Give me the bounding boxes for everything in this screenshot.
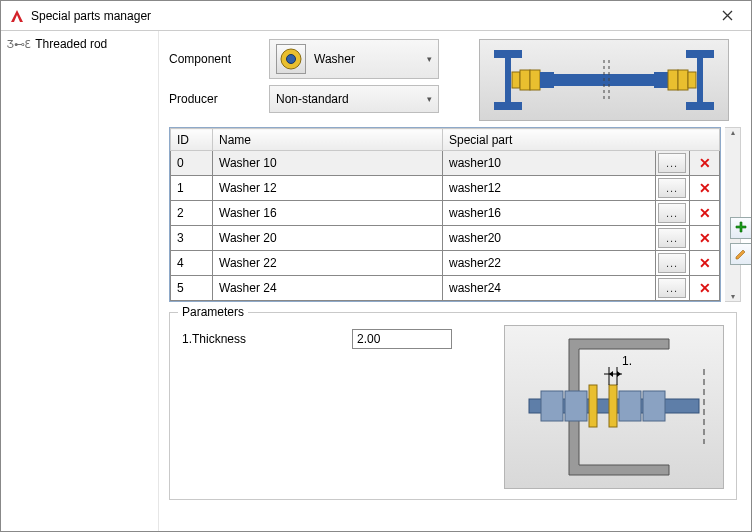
edit-button[interactable] xyxy=(730,243,752,265)
parts-table: ID Name Special part 0Washer 10washer10.… xyxy=(170,128,720,301)
grid-scrollbar[interactable]: ▴ ▾ xyxy=(725,127,741,302)
col-header-name[interactable]: Name xyxy=(213,129,443,151)
dim-label: 1. xyxy=(622,354,632,368)
table-row[interactable]: 0Washer 10washer10...✕ xyxy=(171,151,720,176)
producer-combo[interactable]: Non-standard ▾ xyxy=(269,85,439,113)
window-title: Special parts manager xyxy=(31,9,707,23)
svg-rect-7 xyxy=(697,54,703,106)
svg-rect-12 xyxy=(540,72,554,88)
scroll-up-icon: ▴ xyxy=(731,128,735,137)
svg-rect-13 xyxy=(654,72,668,88)
table-row[interactable]: 4Washer 22washer22...✕ xyxy=(171,251,720,276)
top-controls: Component Washer ▾ Producer xyxy=(169,39,745,121)
content: Component Washer ▾ Producer xyxy=(159,31,751,531)
svg-rect-22 xyxy=(565,391,587,421)
assembly-preview xyxy=(479,39,729,121)
param-label-thickness: 1.Thickness xyxy=(182,332,342,346)
titlebar: Special parts manager xyxy=(1,1,751,31)
svg-rect-24 xyxy=(643,391,665,421)
tree-item-label: Threaded rod xyxy=(35,37,107,51)
cell-special[interactable]: washer24 xyxy=(443,276,656,301)
component-label: Component xyxy=(169,52,259,66)
table-row[interactable]: 2Washer 16washer16...✕ xyxy=(171,201,720,226)
svg-rect-4 xyxy=(505,54,511,106)
cell-special[interactable]: washer12 xyxy=(443,176,656,201)
cell-name[interactable]: Washer 24 xyxy=(213,276,443,301)
delete-button[interactable]: ✕ xyxy=(699,155,711,171)
scroll-down-icon: ▾ xyxy=(731,292,735,301)
cell-special[interactable]: washer10 xyxy=(443,151,656,176)
browse-button[interactable]: ... xyxy=(658,178,686,198)
component-value: Washer xyxy=(314,52,355,66)
app-icon xyxy=(9,8,25,24)
tree-item-threaded-rod[interactable]: Ӡ⊷Ɛ Threaded rod xyxy=(1,33,158,55)
producer-value: Non-standard xyxy=(276,92,349,106)
parameters-legend: Parameters xyxy=(178,305,248,319)
table-row[interactable]: 5Washer 24washer24...✕ xyxy=(171,276,720,301)
chevron-down-icon: ▾ xyxy=(427,94,432,104)
svg-marker-30 xyxy=(609,371,613,377)
delete-button[interactable]: ✕ xyxy=(699,205,711,221)
delete-button[interactable]: ✕ xyxy=(699,230,711,246)
cell-special[interactable]: washer16 xyxy=(443,201,656,226)
cell-id[interactable]: 2 xyxy=(171,201,213,226)
parameters-fieldset: Parameters 1.Thickness xyxy=(169,312,737,500)
cell-id[interactable]: 3 xyxy=(171,226,213,251)
component-combo[interactable]: Washer ▾ xyxy=(269,39,439,79)
svg-rect-23 xyxy=(619,391,641,421)
col-header-id[interactable]: ID xyxy=(171,129,213,151)
cell-name[interactable]: Washer 20 xyxy=(213,226,443,251)
svg-rect-9 xyxy=(512,72,520,88)
table-row[interactable]: 3Washer 20washer20...✕ xyxy=(171,226,720,251)
chevron-down-icon: ▾ xyxy=(427,54,432,64)
svg-rect-26 xyxy=(609,385,617,427)
browse-button[interactable]: ... xyxy=(658,203,686,223)
washer-icon xyxy=(276,44,306,74)
browse-button[interactable]: ... xyxy=(658,228,686,248)
svg-marker-31 xyxy=(617,371,621,377)
cell-id[interactable]: 1 xyxy=(171,176,213,201)
cell-id[interactable]: 4 xyxy=(171,251,213,276)
delete-button[interactable]: ✕ xyxy=(699,280,711,296)
param-input-thickness[interactable] xyxy=(352,329,452,349)
delete-button[interactable]: ✕ xyxy=(699,255,711,271)
cell-name[interactable]: Washer 12 xyxy=(213,176,443,201)
browse-button[interactable]: ... xyxy=(658,278,686,298)
cell-name[interactable]: Washer 16 xyxy=(213,201,443,226)
svg-rect-10 xyxy=(520,70,530,90)
svg-rect-25 xyxy=(589,385,597,427)
col-header-special[interactable]: Special part xyxy=(443,129,720,151)
cell-name[interactable]: Washer 10 xyxy=(213,151,443,176)
parameter-preview: 1. xyxy=(504,325,724,489)
delete-button[interactable]: ✕ xyxy=(699,180,711,196)
svg-rect-15 xyxy=(678,70,688,90)
svg-rect-16 xyxy=(688,72,696,88)
svg-rect-14 xyxy=(668,70,678,90)
browse-button[interactable]: ... xyxy=(658,153,686,173)
cell-id[interactable]: 5 xyxy=(171,276,213,301)
threaded-rod-icon: Ӡ⊷Ɛ xyxy=(7,38,31,51)
producer-label: Producer xyxy=(169,92,259,106)
add-button[interactable] xyxy=(730,217,752,239)
sidebar: Ӡ⊷Ɛ Threaded rod xyxy=(1,31,159,531)
browse-button[interactable]: ... xyxy=(658,253,686,273)
cell-special[interactable]: washer20 xyxy=(443,226,656,251)
main: Ӡ⊷Ɛ Threaded rod Component Washer xyxy=(1,31,751,531)
svg-rect-21 xyxy=(541,391,563,421)
svg-point-1 xyxy=(287,55,296,64)
close-button[interactable] xyxy=(707,2,747,30)
grid-area: ID Name Special part 0Washer 10washer10.… xyxy=(169,127,745,302)
cell-name[interactable]: Washer 22 xyxy=(213,251,443,276)
side-tools xyxy=(730,217,752,265)
table-row[interactable]: 1Washer 12washer12...✕ xyxy=(171,176,720,201)
cell-id[interactable]: 0 xyxy=(171,151,213,176)
svg-rect-11 xyxy=(530,70,540,90)
cell-special[interactable]: washer22 xyxy=(443,251,656,276)
